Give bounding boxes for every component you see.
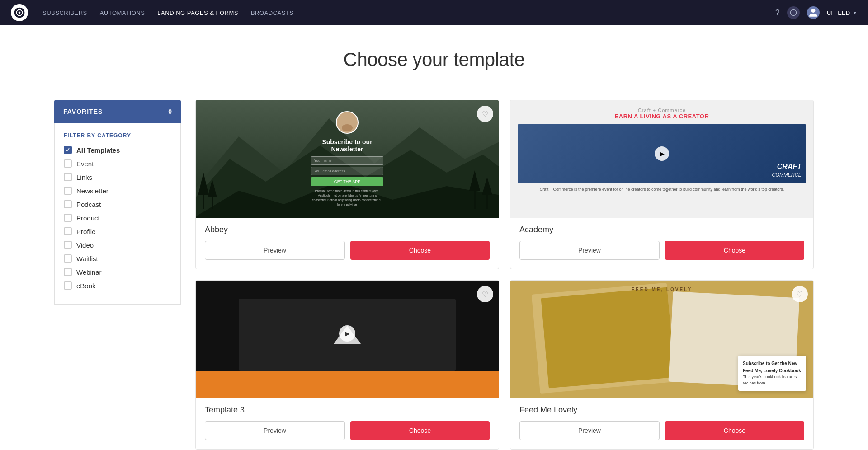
label-ebook: eBook — [76, 282, 96, 290]
template-card-3: ▶ ♡ Template 3 Preview Choose — [195, 280, 499, 450]
card4-favorite-button[interactable]: ♡ — [792, 286, 808, 302]
academy-preview-image: Craft + Commerce EARN A LIVING AS A CREA… — [510, 100, 813, 218]
user-menu[interactable]: UI FEED ▼ — [827, 9, 857, 16]
svg-point-17 — [342, 124, 353, 131]
label-podcast: Podcast — [76, 201, 101, 208]
logo[interactable] — [11, 4, 28, 21]
avatar — [807, 6, 820, 19]
academy-brand-overlay: CRAFTCOMMERCE — [772, 163, 802, 178]
checkbox-profile[interactable] — [64, 227, 72, 235]
abbey-preview-image: Subscribe to ourNewsletter Your name You… — [196, 100, 499, 218]
favorites-label: FAVORITES — [63, 108, 103, 115]
favorite-heart-button[interactable]: ♡ — [477, 106, 493, 122]
label-product: Product — [76, 214, 100, 222]
checkbox-video[interactable] — [64, 241, 72, 249]
academy-choose-button[interactable]: Choose — [665, 241, 804, 260]
filter-links[interactable]: Links — [64, 173, 171, 181]
nav-broadcasts[interactable]: Broadcasts — [251, 9, 294, 16]
nav-landing-pages[interactable]: Landing Pages & Forms — [157, 9, 238, 16]
page-header: Choose your template — [0, 25, 868, 85]
checkbox-podcast[interactable] — [64, 200, 72, 208]
checkbox-product[interactable] — [64, 214, 72, 222]
academy-brand: Craft + Commerce — [638, 108, 686, 113]
filter-waitlist[interactable]: Waitlist — [64, 254, 171, 262]
card4-preview-button[interactable]: Preview — [519, 421, 660, 440]
svg-point-3 — [790, 9, 796, 15]
template-card-cookbook: FEED ME, LOVELY Subscribe to Get the New… — [510, 280, 814, 450]
svg-point-16 — [344, 117, 350, 123]
checkbox-waitlist[interactable] — [64, 254, 72, 262]
template-grid: Subscribe to ourNewsletter Your name You… — [195, 100, 814, 450]
abbey-preview-button[interactable]: Preview — [205, 241, 345, 260]
svg-rect-24 — [541, 287, 675, 389]
main-layout: FAVORITES 0 FILTER BY CATEGORY All Templ… — [0, 85, 868, 450]
filter-event[interactable]: Event — [64, 159, 171, 168]
academy-template-name: Academy — [519, 225, 804, 234]
favorites-count: 0 — [168, 108, 172, 115]
card3-choose-button[interactable]: Choose — [350, 421, 490, 440]
abbey-newsletter-title: Subscribe to ourNewsletter — [322, 138, 372, 153]
academy-card-body: Academy Preview Choose — [510, 218, 813, 269]
label-newsletter: Newsletter — [76, 187, 108, 195]
abbey-avatar — [336, 111, 359, 134]
sidebar: FAVORITES 0 FILTER BY CATEGORY All Templ… — [54, 100, 181, 305]
user-name: UI FEED — [827, 9, 850, 16]
filter-title: FILTER BY CATEGORY — [64, 132, 171, 139]
nav-automations[interactable]: Automations — [100, 9, 145, 16]
filter-all-templates[interactable]: All Templates — [64, 146, 171, 154]
card3-play-icon: ▶ — [339, 325, 355, 342]
template-card-academy: Craft + Commerce EARN A LIVING AS A CREA… — [510, 100, 814, 269]
abbey-name-field: Your name — [311, 156, 383, 165]
checkbox-links[interactable] — [64, 173, 72, 181]
abbey-form: Your name Your email address GET THE APP — [311, 156, 383, 186]
card4-popup-text: Subscribe to Get the New Feed Me, Lovely… — [743, 361, 801, 385]
checkbox-webinar[interactable] — [64, 268, 72, 276]
academy-preview-button[interactable]: Preview — [519, 241, 660, 260]
checkbox-event[interactable] — [64, 159, 72, 168]
filter-podcast[interactable]: Podcast — [64, 200, 171, 208]
label-links: Links — [76, 173, 92, 181]
svg-point-2 — [19, 12, 21, 14]
filter-video[interactable]: Video — [64, 241, 171, 249]
checkbox-ebook[interactable] — [64, 281, 72, 290]
label-video: Video — [76, 241, 94, 249]
filter-product[interactable]: Product — [64, 214, 171, 222]
nav-links: Subscribers Automations Landing Pages & … — [42, 9, 761, 16]
filter-webinar[interactable]: Webinar — [64, 268, 171, 276]
abbey-template-name: Abbey — [205, 225, 490, 234]
filter-newsletter[interactable]: Newsletter — [64, 187, 171, 195]
template-card-abbey: Subscribe to ourNewsletter Your name You… — [195, 100, 499, 269]
card4-brand-header: FEED ME, LOVELY — [632, 287, 692, 292]
card4-template-name: Feed Me Lovely — [519, 405, 804, 415]
page-title: Choose your template — [0, 49, 868, 70]
academy-play-button: ▶ — [655, 146, 669, 161]
filter-profile[interactable]: Profile — [64, 227, 171, 235]
card4-choose-button[interactable]: Choose — [665, 421, 804, 440]
notification-icon[interactable] — [787, 6, 800, 19]
card3-favorite-button[interactable]: ♡ — [477, 286, 493, 302]
card3-template-name: Template 3 — [205, 405, 490, 415]
card3-card-actions: Preview Choose — [205, 421, 490, 440]
checkbox-newsletter[interactable] — [64, 187, 72, 195]
help-icon[interactable]: ? — [775, 8, 780, 18]
filter-section: FILTER BY CATEGORY All Templates Event L… — [54, 123, 181, 305]
svg-rect-19 — [196, 371, 499, 398]
page-content: Choose your template FAVORITES 0 FILTER … — [0, 25, 868, 450]
card4-card-body: Feed Me Lovely Preview Choose — [510, 398, 813, 449]
card3-preview-button[interactable]: Preview — [205, 421, 345, 440]
abbey-cta-button: GET THE APP — [311, 177, 383, 186]
card4-card-actions: Preview Choose — [519, 421, 804, 440]
nav-subscribers[interactable]: Subscribers — [42, 9, 87, 16]
abbey-choose-button[interactable]: Choose — [350, 241, 490, 260]
label-all-templates: All Templates — [76, 146, 120, 154]
checkbox-all[interactable] — [64, 146, 72, 154]
filter-ebook[interactable]: eBook — [64, 281, 171, 290]
abbey-body-text: Provide some more detail in this content… — [311, 189, 383, 206]
card4-preview-image: FEED ME, LOVELY Subscribe to Get the New… — [510, 281, 813, 398]
label-event: Event — [76, 160, 94, 168]
card3-card-body: Template 3 Preview Choose — [196, 398, 499, 449]
caret-icon: ▼ — [853, 10, 857, 15]
navbar: Subscribers Automations Landing Pages & … — [0, 0, 868, 25]
academy-card-actions: Preview Choose — [519, 241, 804, 260]
card4-popup-box: Subscribe to Get the New Feed Me, Lovely… — [738, 356, 806, 391]
